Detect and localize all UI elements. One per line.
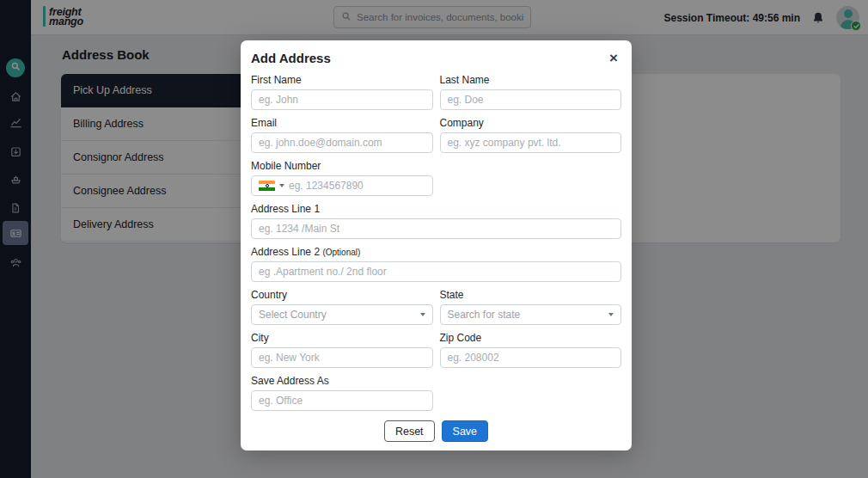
country-select[interactable]: Select Country: [251, 304, 433, 325]
city-field[interactable]: [251, 347, 433, 368]
company-label: Company: [440, 117, 622, 129]
save-address-as-label: Save Address As: [251, 375, 433, 387]
mobile-number-input[interactable]: [289, 180, 425, 192]
zip-code-field[interactable]: [440, 347, 622, 368]
last-name-label: Last Name: [440, 74, 622, 86]
add-address-modal: Add Address × First Name Last Name Email: [241, 40, 632, 450]
country-code-caret-icon[interactable]: [279, 184, 284, 187]
save-address-as-field[interactable]: [251, 390, 433, 411]
chevron-down-icon: [608, 313, 614, 316]
last-name-field[interactable]: [440, 89, 622, 110]
chevron-down-icon: [420, 313, 425, 316]
mobile-number-field: [251, 175, 433, 196]
modal-title: Add Address: [251, 49, 331, 65]
country-label: Country: [251, 289, 433, 301]
close-icon[interactable]: ×: [606, 49, 621, 67]
add-address-form: First Name Last Name Email Company: [251, 74, 621, 442]
address-line-1-label: Address Line 1: [251, 203, 621, 215]
mobile-number-label: Mobile Number: [251, 160, 433, 172]
address-line-2-field[interactable]: [251, 261, 621, 282]
zip-code-label: Zip Code: [440, 332, 622, 344]
india-flag-icon[interactable]: [259, 181, 275, 192]
city-label: City: [251, 332, 433, 344]
address-line-1-field[interactable]: [251, 218, 621, 239]
first-name-field[interactable]: [251, 89, 433, 110]
company-field[interactable]: [440, 132, 622, 153]
reset-button[interactable]: Reset: [384, 420, 435, 442]
save-button[interactable]: Save: [442, 420, 489, 442]
state-select[interactable]: Search for state: [440, 304, 622, 325]
state-label: State: [440, 289, 622, 301]
app-root: freight mango Session Timeout: 49:56 min: [0, 0, 868, 478]
optional-note: (Optional): [322, 248, 360, 257]
email-label: Email: [251, 117, 433, 129]
first-name-label: First Name: [251, 74, 433, 86]
email-field[interactable]: [251, 132, 433, 153]
address-line-2-label: Address Line 2 (Optional): [251, 246, 621, 258]
